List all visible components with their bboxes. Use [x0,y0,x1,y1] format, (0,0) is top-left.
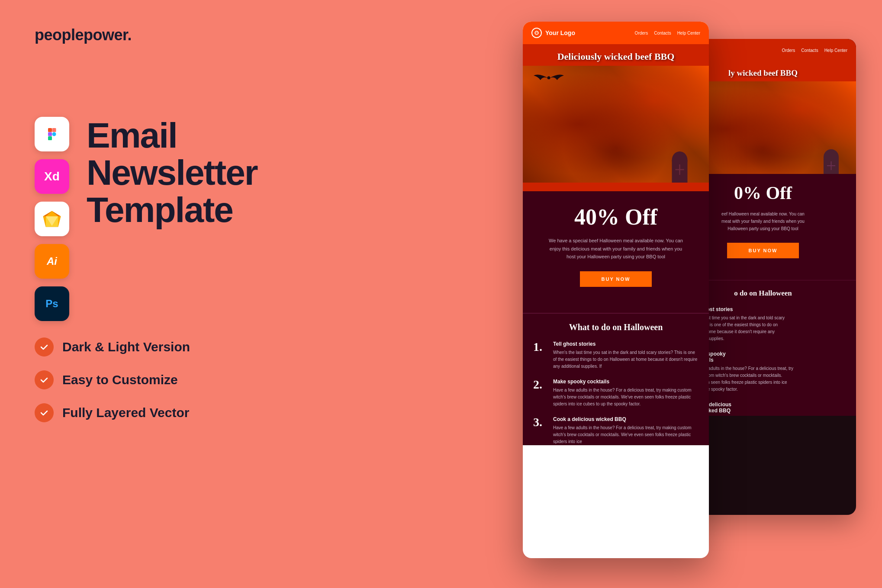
feature-text-2: Easy to Customize [62,373,178,387]
logo-icon-front [531,28,542,38]
ps-photoshop-icon: Ps [35,286,69,321]
heading-line1: Email [87,117,258,154]
nav-help-back: Help Center [824,48,847,53]
activity-content-2-back: ke spookyktails few adults in the house?… [700,351,846,393]
email-card-front: Your Logo Orders Contacts Help Center De… [523,22,709,558]
hero-title-front: Deliciously wicked beef BBQ [523,44,709,66]
activity-3-front: 3. Cook a delicious wicked BBQ Have a fe… [533,416,699,445]
desc-back: eef Halloween meal available now. You ca… [694,210,832,232]
ai-illustrator-icon: Ai [35,244,69,279]
feature-layered: Fully Layered Vector [35,403,190,422]
activity-content-2-front: Make spooky cocktails Have a few adults … [553,379,699,408]
activity-title-2-back: ke spookyktails [700,351,846,363]
feature-customize: Easy to Customize [35,370,190,389]
email-logo-front: Your Logo [531,28,575,38]
buy-now-back[interactable]: BUY NOW [727,243,799,258]
activity-title-1-front: Tell ghost stories [553,341,699,347]
email-header-front: Your Logo Orders Contacts Help Center [523,22,709,44]
check-icon-2 [35,370,54,389]
activity-num-2-front: 2. [533,379,546,391]
main-heading: Email Newsletter Template [87,117,258,228]
activity-content-3-front: Cook a delicious wicked BBQ Have a few a… [553,416,699,445]
discount-front: 40% Off [533,204,699,230]
activity-desc-1-back: e last time you sat in the dark and told… [700,315,846,342]
email-nav-back: Orders Contacts Help Center [782,48,847,53]
activity-content-1-back: ghost stories e last time you sat in the… [700,306,846,342]
activity-num-3-front: 3. [533,416,546,428]
logo-text-front: Your Logo [545,29,575,36]
feature-text-3: Fully Layered Vector [62,405,189,420]
nav-orders-back: Orders [782,48,795,53]
section-title-front: What to do on Halloween [533,322,699,332]
activity-title-1-back: ghost stories [700,306,846,312]
svg-point-4 [52,132,56,136]
figma-icon [35,117,69,151]
activity-desc-2-front: Have a few adults in the house? For a de… [553,387,699,408]
activity-title-2-front: Make spooky cocktails [553,379,699,385]
nav-help-front: Help Center [677,31,700,35]
activity-num-1-front: 1. [533,341,546,353]
halloween-section-front: What to do on Halloween 1. Tell ghost st… [523,313,709,445]
activity-content-3-back: k a deliciouswicked BBQ [700,402,846,416]
svg-rect-1 [48,132,52,136]
svg-rect-2 [48,136,52,140]
hero-image-front [523,66,709,183]
check-icon-3 [35,403,54,422]
activity-desc-3-front: Have a few adults in the house? For a de… [553,424,699,445]
preview-container: Orders Contacts Help Center ly wicked be… [259,0,882,588]
feature-dark-light: Dark & Light Version [35,337,190,357]
sketch-icon [35,202,69,236]
buy-now-front[interactable]: BUY NOW [580,271,652,287]
nav-orders-front: Orders [635,31,648,35]
activity-desc-1-front: When's the last time you sat in the dark… [553,349,699,370]
nav-contacts-back: Contacts [801,48,818,53]
email-nav-front: Orders Contacts Help Center [635,31,700,35]
xd-icon: Xd [35,159,69,194]
activity-desc-2-back: few adults in the house? For a delicious… [700,365,846,393]
activity-2-front: 2. Make spooky cocktails Have a few adul… [533,379,699,408]
icons-column: Xd Ai Ps [35,117,69,321]
email-body-front: 40% Off We have a special beef Halloween… [523,191,709,313]
features-list: Dark & Light Version Easy to Customize F… [35,337,190,422]
heading-line2: Newsletter [87,154,258,191]
brand-name: peoplepower. [35,26,242,44]
activity-1-front: 1. Tell ghost stories When's the last ti… [533,341,699,370]
desc-front: We have a special beef Halloween meal av… [547,237,685,261]
email-hero-front: Deliciously wicked beef BBQ [523,44,709,191]
svg-rect-3 [52,128,56,132]
activity-title-3-front: Cook a delicious wicked BBQ [553,416,699,422]
activity-content-1-front: Tell ghost stories When's the last time … [553,341,699,370]
heading-line3: Template [87,191,258,228]
activity-title-3-back: k a deliciouswicked BBQ [700,402,846,414]
feature-text-1: Dark & Light Version [62,340,190,354]
nav-contacts-front: Contacts [654,31,671,35]
svg-point-21 [547,76,550,79]
svg-rect-0 [48,128,52,132]
check-icon-1 [35,337,54,357]
